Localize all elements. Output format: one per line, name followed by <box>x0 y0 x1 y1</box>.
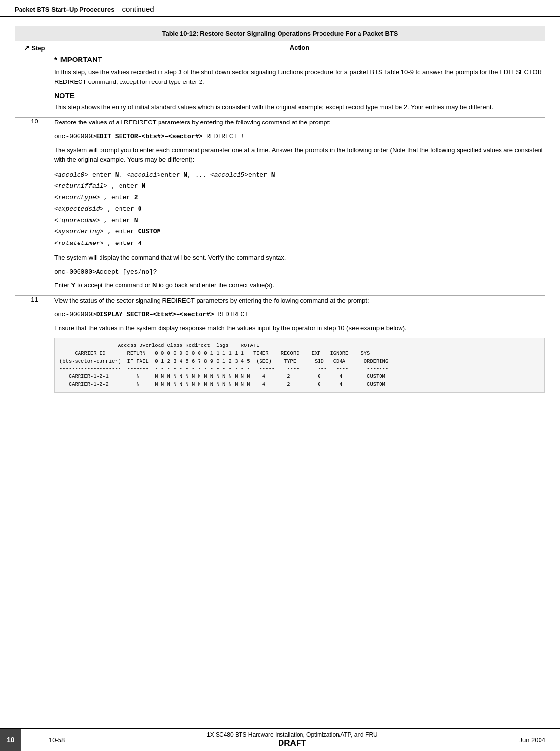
step10-intro-para: Restore the values of all REDIRECT param… <box>54 118 545 127</box>
table-row-step10: 10 Restore the values of all REDIRECT pa… <box>15 117 545 295</box>
prompt-val-accolc1: N <box>183 171 187 179</box>
prompt-val-rotatetimer: 4 <box>138 240 142 247</box>
footer-right-text: Jun 2004 <box>520 736 546 744</box>
step10-cmd: omc-000000>EDIT SECTOR–<bts#>–<sector#> … <box>54 132 545 142</box>
step11-cmd-bold: DISPLAY SECTOR–<bts#>–<sector#> <box>96 311 214 318</box>
page-num-box: 10 <box>0 729 21 751</box>
table-caption-cell: Table 10-12: Restore Sector Signaling Op… <box>15 26 545 41</box>
prompt-val-sysordering: CUSTOM <box>138 228 161 235</box>
footer-center-line1: 1X SC480 BTS Hardware Installation, Opti… <box>65 731 519 738</box>
step10-prompt-list: <accolc0> enter N, <accolc1>enter N, ...… <box>54 169 545 249</box>
col-header-row: ↗ Step Action <box>15 41 545 55</box>
page-header: Packet BTS Start–Up Procedures – continu… <box>0 0 560 17</box>
col-header-action: Action <box>54 41 545 55</box>
step10-cmd-bold: EDIT SECTOR–<bts#>–<sector#> <box>96 133 202 140</box>
prompt-item-expectedsid: <expectedsid> , enter 0 <box>54 203 545 215</box>
page-content: Table 10-12: Restore Sector Signaling Op… <box>0 17 560 728</box>
main-table: Table 10-12: Restore Sector Signaling Op… <box>15 26 545 393</box>
step11-cmd-prefix: omc-000000> <box>54 311 96 318</box>
prompt-val-returniffail: N <box>141 183 145 190</box>
step10-enter-N: N <box>152 282 157 289</box>
prompt-val-recordtype: 2 <box>134 194 138 201</box>
step11-ensure-para: Ensure that the values in the system dis… <box>54 324 545 333</box>
prompt-item-returniffail: <returniffail> , enter N <box>54 181 545 192</box>
step10-follow-para: The system will prompt you to enter each… <box>54 145 545 164</box>
prompt-val-accolc0: N <box>115 171 119 179</box>
step11-cmd: omc-000000>DISPLAY SECTOR–<bts#>–<sector… <box>54 310 545 320</box>
step10-verify-para: The system will display the command that… <box>54 253 545 263</box>
prompt-item-ignorecdma: <ignorecdma> , enter N <box>54 215 545 226</box>
step10-cmd-prefix: omc-000000> <box>54 133 96 140</box>
note-para: This step shows the entry of initial sta… <box>54 102 545 112</box>
prompt-item-accolc: <accolc0> enter N, <accolc1>enter N, ...… <box>54 169 545 181</box>
footer-wrapper: 10 10-58 1X SC480 BTS Hardware Installat… <box>0 728 560 751</box>
action-cell-step11: View the status of the sector signaling … <box>54 295 545 393</box>
footer-center: 1X SC480 BTS Hardware Installation, Opti… <box>65 731 519 748</box>
step-num-11: 11 <box>15 295 54 393</box>
step10-accept-cmd: omc-000000>Accept [yes/no]? <box>54 267 545 277</box>
step-num-10: 10 <box>15 117 54 295</box>
col-header-step: ↗ Step <box>15 41 54 55</box>
footer: 10 10-58 1X SC480 BTS Hardware Installat… <box>0 728 560 751</box>
table-caption-row: Table 10-12: Restore Sector Signaling Op… <box>15 26 545 41</box>
header-continued-text: – continued <box>116 5 154 13</box>
important-para: In this step, use the values recorded in… <box>54 67 545 86</box>
prompt-val-accolc15: N <box>271 171 275 179</box>
step11-intro-para: View the status of the sector signaling … <box>54 296 545 305</box>
footer-page-num: 10 <box>7 736 15 744</box>
step-num-cell-empty <box>15 55 54 118</box>
prompt-val-expectedsid: 0 <box>138 205 142 213</box>
terminal-output: Access Overload Class Redirect Flags ROT… <box>54 338 545 393</box>
header-title-text: Packet BTS Start–Up Procedures <box>15 6 114 13</box>
step11-cmd-suffix: REDIRECT <box>214 311 248 318</box>
footer-right: Jun 2004 <box>520 736 546 744</box>
prompt-val-ignorecdma: N <box>134 217 138 224</box>
prompt-item-sysordering: <sysordering> , enter CUSTOM <box>54 226 545 237</box>
prompt-item-rotatetimer: <rotatetimer> , enter 4 <box>54 238 545 249</box>
footer-left: 10-58 <box>49 736 65 744</box>
prompt-item-recordtype: <recordtype> , enter 2 <box>54 192 545 203</box>
footer-left-text: 10-58 <box>49 736 65 744</box>
footer-center-line2: DRAFT <box>65 738 519 748</box>
table-row-important-note: * IMPORTANT In this step, use the values… <box>15 55 545 118</box>
action-cell-important: * IMPORTANT In this step, use the values… <box>54 55 545 118</box>
step10-enter-Y: Y <box>71 282 76 289</box>
note-heading: NOTE <box>54 91 545 100</box>
page-header-title: Packet BTS Start–Up Procedures – continu… <box>15 5 154 13</box>
important-heading: * IMPORTANT <box>54 55 545 63</box>
action-cell-step10: Restore the values of all REDIRECT param… <box>54 117 545 295</box>
step10-cmd-suffix: REDIRECT ! <box>202 133 244 140</box>
table-caption-text: Table 10-12: Restore Sector Signaling Op… <box>162 30 398 37</box>
table-row-step11: 11 View the status of the sector signali… <box>15 295 545 393</box>
step10-enter-para: Enter Y to accept the command or N to go… <box>54 281 545 290</box>
page-wrapper: Packet BTS Start–Up Procedures – continu… <box>0 0 560 751</box>
